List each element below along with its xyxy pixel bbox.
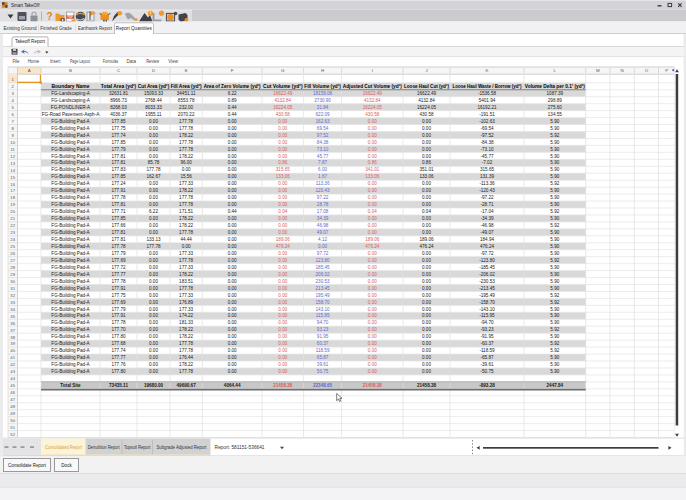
svg-text:177.78: 177.78 bbox=[179, 147, 193, 152]
svg-text:73.10: 73.10 bbox=[317, 147, 329, 152]
svg-text:0.00: 0.00 bbox=[149, 133, 158, 138]
svg-text:0.00: 0.00 bbox=[368, 272, 377, 277]
svg-text:178.22: 178.22 bbox=[179, 272, 193, 277]
svg-text:189.06: 189.06 bbox=[365, 237, 379, 242]
svg-text:0.00: 0.00 bbox=[422, 265, 431, 270]
svg-text:177.78: 177.78 bbox=[146, 167, 160, 172]
svg-text:177.91: 177.91 bbox=[111, 188, 125, 193]
svg-text:16192.21: 16192.21 bbox=[477, 105, 497, 110]
svg-text:0.00: 0.00 bbox=[228, 265, 237, 270]
svg-text:0.00: 0.00 bbox=[149, 216, 158, 221]
svg-text:0.00: 0.00 bbox=[149, 293, 158, 298]
svg-text:Consolidate Report: Consolidate Report bbox=[8, 463, 47, 468]
svg-text:-97.72: -97.72 bbox=[480, 251, 493, 256]
svg-text:FG-Landscaping-A: FG-Landscaping-A bbox=[51, 91, 90, 96]
svg-text:0.00: 0.00 bbox=[368, 258, 377, 263]
svg-text:0.00: 0.00 bbox=[318, 244, 327, 249]
svg-text:28.78: 28.78 bbox=[317, 202, 329, 207]
svg-text:0.00: 0.00 bbox=[368, 265, 377, 270]
svg-text:-49.07: -49.07 bbox=[480, 230, 493, 235]
svg-text:1.67: 1.67 bbox=[318, 174, 327, 179]
svg-text:-123.80: -123.80 bbox=[479, 258, 495, 263]
svg-text:30: 30 bbox=[10, 279, 15, 284]
svg-text:-118.59: -118.59 bbox=[479, 348, 495, 353]
svg-text:5.90: 5.90 bbox=[550, 286, 559, 291]
svg-text:46.98: 46.98 bbox=[317, 223, 329, 228]
svg-text:177.81: 177.81 bbox=[111, 160, 125, 165]
svg-text:94.70: 94.70 bbox=[317, 320, 329, 325]
svg-text:17: 17 bbox=[10, 188, 15, 193]
svg-text:15093.33: 15093.33 bbox=[144, 91, 164, 96]
svg-text:0.00: 0.00 bbox=[278, 230, 287, 235]
svg-text:47: 47 bbox=[10, 397, 15, 402]
svg-text:0.00: 0.00 bbox=[228, 327, 237, 332]
svg-text:0.00: 0.00 bbox=[422, 188, 431, 193]
svg-text:Total Area (yd²): Total Area (yd²) bbox=[101, 84, 137, 89]
svg-text:0.00: 0.00 bbox=[149, 251, 158, 256]
svg-text:-39.61: -39.61 bbox=[480, 362, 493, 367]
svg-text:-60.37: -60.37 bbox=[480, 341, 493, 346]
svg-text:-893.28: -893.28 bbox=[479, 383, 495, 388]
svg-text:0.00: 0.00 bbox=[422, 327, 431, 332]
svg-text:430.58: 430.58 bbox=[276, 112, 290, 117]
svg-text:430.58: 430.58 bbox=[365, 112, 379, 117]
svg-text:0.00: 0.00 bbox=[228, 160, 237, 165]
svg-text:0.00: 0.00 bbox=[228, 181, 237, 186]
svg-text:FG-Building Pad-A: FG-Building Pad-A bbox=[51, 223, 90, 228]
svg-text:189.06: 189.06 bbox=[276, 237, 290, 242]
svg-text:177.74: 177.74 bbox=[111, 348, 125, 353]
svg-text:1955.11: 1955.11 bbox=[145, 112, 162, 117]
svg-text:177.78: 177.78 bbox=[111, 279, 125, 284]
svg-text:0.00: 0.00 bbox=[228, 188, 237, 193]
svg-text:0.00: 0.00 bbox=[368, 300, 377, 305]
svg-text:E: E bbox=[185, 68, 188, 73]
svg-text:40: 40 bbox=[10, 348, 15, 353]
svg-text:5.92: 5.92 bbox=[550, 341, 559, 346]
svg-text:29: 29 bbox=[10, 272, 15, 277]
svg-text:0.00: 0.00 bbox=[228, 167, 237, 172]
svg-text:177.77: 177.77 bbox=[111, 355, 125, 360]
svg-text:0.00: 0.00 bbox=[368, 216, 377, 221]
svg-text:0.00: 0.00 bbox=[422, 307, 431, 312]
svg-text:-50.75: -50.75 bbox=[480, 369, 493, 374]
svg-text:0.00: 0.00 bbox=[278, 272, 287, 277]
svg-text:N: N bbox=[621, 68, 624, 73]
svg-text:5.90: 5.90 bbox=[550, 307, 559, 312]
svg-text:178.22: 178.22 bbox=[179, 133, 193, 138]
svg-text:0.00: 0.00 bbox=[422, 181, 431, 186]
svg-text:26: 26 bbox=[10, 251, 15, 256]
svg-text:19680.00: 19680.00 bbox=[144, 383, 164, 388]
svg-text:FG-Building Pad-A: FG-Building Pad-A bbox=[51, 265, 90, 270]
svg-text:13: 13 bbox=[10, 161, 15, 166]
svg-text:FG-Building Pad-A: FG-Building Pad-A bbox=[51, 251, 90, 256]
svg-text:0.00: 0.00 bbox=[422, 140, 431, 145]
svg-text:0.00: 0.00 bbox=[182, 244, 191, 249]
svg-text:0.00: 0.00 bbox=[149, 258, 158, 263]
svg-text:-97.22: -97.22 bbox=[480, 195, 493, 200]
svg-text:4132.84: 4132.84 bbox=[364, 98, 381, 103]
svg-text:16: 16 bbox=[10, 182, 15, 187]
svg-text:0.00: 0.00 bbox=[278, 251, 287, 256]
svg-text:0.04: 0.04 bbox=[422, 209, 431, 214]
svg-text:275.60: 275.60 bbox=[548, 105, 562, 110]
svg-text:8966.73: 8966.73 bbox=[110, 98, 127, 103]
svg-text:52: 52 bbox=[10, 432, 15, 437]
svg-text:0.00: 0.00 bbox=[149, 327, 158, 332]
svg-text:5.92: 5.92 bbox=[550, 223, 559, 228]
svg-text:-120.43: -120.43 bbox=[479, 188, 495, 193]
svg-text:177.78: 177.78 bbox=[111, 320, 125, 325]
svg-text:0.00: 0.00 bbox=[228, 147, 237, 152]
svg-text:177.81: 177.81 bbox=[111, 237, 125, 242]
svg-text:5.90: 5.90 bbox=[550, 216, 559, 221]
svg-text:44.44: 44.44 bbox=[180, 237, 192, 242]
svg-text:177.78: 177.78 bbox=[111, 244, 125, 249]
svg-text:?: ? bbox=[46, 11, 52, 22]
svg-text:-46.98: -46.98 bbox=[480, 223, 493, 228]
svg-text:-69.54: -69.54 bbox=[480, 126, 493, 131]
svg-text:0.00: 0.00 bbox=[228, 216, 237, 221]
svg-text:21458.38: 21458.38 bbox=[363, 383, 383, 388]
svg-text:0.00: 0.00 bbox=[228, 244, 237, 249]
svg-text:5.90: 5.90 bbox=[550, 147, 559, 152]
svg-text:FG-Building Pad-A: FG-Building Pad-A bbox=[51, 320, 90, 325]
svg-text:FG-Building Pad-A: FG-Building Pad-A bbox=[51, 119, 90, 124]
